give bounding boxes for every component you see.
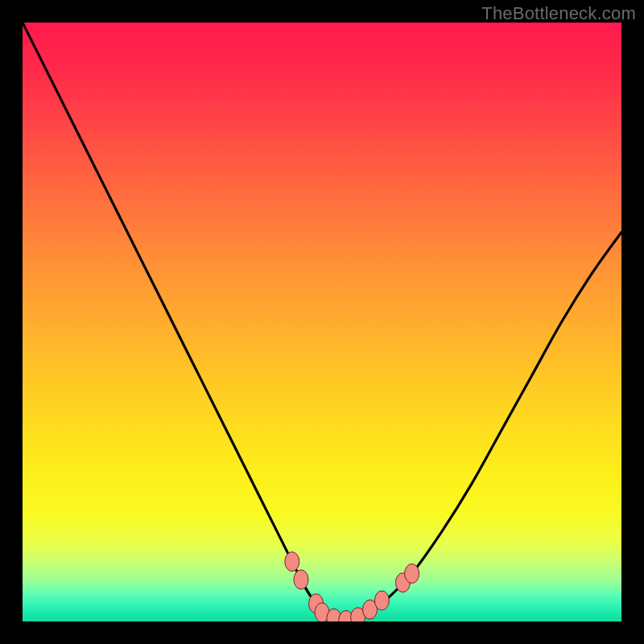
curve-marker	[285, 552, 299, 572]
curve-marker	[405, 564, 419, 583]
curve-markers	[285, 552, 419, 621]
curve-group	[23, 23, 621, 621]
bottleneck-curve	[23, 23, 621, 621]
curve-line	[23, 23, 621, 621]
curve-marker	[374, 591, 389, 610]
plot-area	[23, 23, 621, 621]
chart-frame: TheBottleneck.com	[0, 0, 644, 644]
curve-marker	[294, 570, 308, 589]
watermark-text: TheBottleneck.com	[481, 3, 636, 24]
